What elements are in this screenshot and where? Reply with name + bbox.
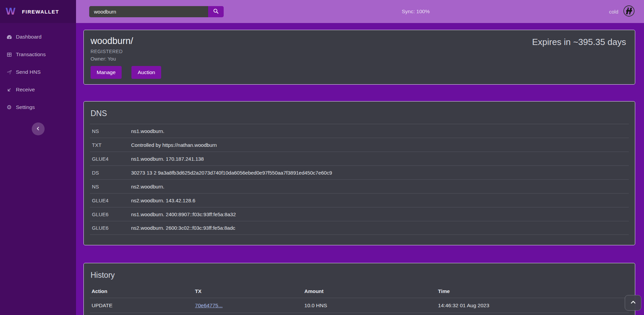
sidebar-item-receive[interactable]: Receive [0, 81, 76, 98]
dns-record-row: TXT Controlled by https://nathan.woodbur… [90, 138, 629, 152]
dns-record-value: 30273 13 2 9a3a8fb3d625d2a2073d740f10da6… [131, 170, 332, 176]
tx-link[interactable]: 70e64775... [195, 302, 223, 308]
sidebar-item-settings[interactable]: ⚙ Settings [0, 98, 76, 116]
dns-record-type: GLUE6 [90, 211, 131, 217]
content-column: Sync: 100% cold woodburn/ REGISTERED Own… [76, 0, 644, 315]
manage-button[interactable]: Manage [91, 66, 122, 79]
send-icon [6, 69, 12, 75]
brand-name: FIREWALLET [22, 9, 59, 15]
dns-title: DNS [84, 109, 635, 118]
dns-table: NS ns1.woodburn. TXT Controlled by https… [90, 124, 629, 235]
history-col-time: Time [438, 288, 629, 294]
scroll-to-top-button[interactable] [625, 295, 641, 311]
history-row: RENEW d75c5e4... 10.0 HNS 15:17:06 07 Ju… [90, 313, 629, 315]
history-row: UPDATE 70e64775... 10.0 HNS 14:46:32 01 … [90, 298, 629, 313]
dns-record-type: TXT [90, 142, 131, 148]
sidebar-item-label: Transactions [16, 51, 46, 58]
chevron-up-icon [630, 299, 636, 307]
svg-text:W: W [6, 5, 16, 17]
sidebar-item-label: Dashboard [16, 34, 42, 40]
sidebar: W FIREWALLET Dashboard Transactions Send… [0, 0, 76, 315]
sidebar-item-label: Send HNS [16, 69, 41, 75]
wallet-selector[interactable]: cold [609, 5, 635, 18]
receive-icon [6, 87, 12, 93]
dns-record-value: ns2.woodburn. 143.42.128.6 [131, 198, 195, 203]
dns-record-row: DS 30273 13 2 9a3a8fb3d625d2a2073d740f10… [90, 165, 629, 179]
dns-record-value: ns2.woodburn. 2600:3c02::f03c:93ff:fe5a:… [131, 225, 235, 231]
dns-card: DNS NS ns1.woodburn. TXT Controlled by h… [83, 101, 635, 245]
sync-status: Sync: 100% [402, 8, 430, 15]
handshake-logo-icon [623, 5, 635, 18]
dns-record-type: NS [90, 128, 131, 134]
dns-record-type: GLUE4 [90, 156, 131, 162]
dns-record-value: Controlled by https://nathan.woodburn [131, 142, 217, 148]
sidebar-item-transactions[interactable]: Transactions [0, 46, 76, 63]
topbar: Sync: 100% cold [76, 0, 644, 23]
history-time: 14:46:32 01 Aug 2023 [438, 302, 629, 309]
dns-record-row: GLUE4 ns1.woodburn. 170.187.241.138 [90, 152, 629, 165]
sidebar-collapse-button[interactable] [32, 122, 45, 135]
sidebar-nav: Dashboard Transactions Send HNS Receive … [0, 23, 76, 116]
auction-button[interactable]: Auction [131, 66, 161, 79]
history-col-action: Action [90, 288, 195, 294]
dns-record-row: GLUE6 ns2.woodburn. 2600:3c02::f03c:93ff… [90, 221, 629, 235]
sidebar-item-label: Settings [16, 104, 35, 110]
history-action: UPDATE [90, 302, 195, 309]
main-content: woodburn/ REGISTERED Owner: You Manage A… [76, 23, 644, 315]
search-icon [213, 8, 219, 15]
domain-status: REGISTERED [91, 49, 627, 54]
history-card: History Action TX Amount Time UPDATE 70e… [83, 263, 635, 315]
dns-record-type: GLUE4 [90, 198, 131, 203]
dns-record-type: NS [90, 184, 131, 189]
dns-record-value: ns1.woodburn. 2400:8907::f03c:93ff:fe5a:… [131, 211, 236, 217]
domain-card: woodburn/ REGISTERED Owner: You Manage A… [83, 30, 635, 85]
expires-label: Expires in ~395.35 days [532, 37, 626, 47]
dns-record-row: GLUE6 ns1.woodburn. 2400:8907::f03c:93ff… [90, 207, 629, 221]
dashboard-icon [6, 34, 12, 40]
history-table: Action TX Amount Time UPDATE 70e64775...… [90, 285, 629, 315]
history-col-tx: TX [195, 288, 304, 294]
dns-record-value: ns1.woodburn. [131, 128, 164, 134]
firewallet-w-logo: W [5, 4, 18, 19]
search-button[interactable] [208, 6, 224, 17]
settings-icon: ⚙ [6, 104, 12, 110]
dns-record-row: NS ns1.woodburn. [90, 124, 629, 138]
history-header-row: Action TX Amount Time [90, 285, 629, 298]
dns-record-row: NS ns2.woodburn. [90, 179, 629, 193]
dns-record-value: ns2.woodburn. [131, 184, 164, 189]
sidebar-item-dashboard[interactable]: Dashboard [0, 28, 76, 46]
dns-record-type: GLUE6 [90, 225, 131, 231]
brand-header[interactable]: W FIREWALLET [0, 0, 76, 23]
dns-record-row: GLUE4 ns2.woodburn. 143.42.128.6 [90, 193, 629, 207]
history-title: History [84, 271, 635, 280]
dns-record-type: DS [90, 170, 131, 176]
sidebar-item-send-hns[interactable]: Send HNS [0, 63, 76, 81]
search-input[interactable] [89, 6, 208, 17]
history-col-amount: Amount [304, 288, 438, 294]
chevron-left-icon [36, 126, 41, 132]
dns-record-value: ns1.woodburn. 170.187.241.138 [131, 156, 204, 162]
wallet-name: cold [609, 9, 618, 15]
domain-owner: Owner: You [91, 56, 627, 62]
transactions-icon [6, 51, 12, 58]
history-amount: 10.0 HNS [304, 302, 438, 309]
search-group [89, 6, 224, 17]
sidebar-item-label: Receive [16, 87, 35, 93]
